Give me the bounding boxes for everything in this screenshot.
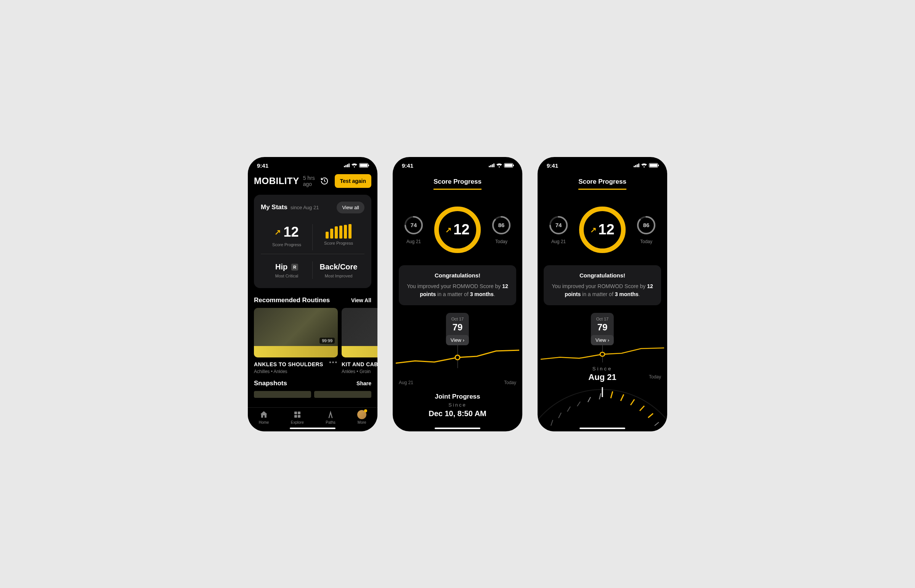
stat-label: Score Progress [314,241,363,246]
test-again-button[interactable]: Test again [335,174,371,188]
notification-badge [364,409,367,412]
tooltip-value: 79 [451,322,464,333]
start-score-value: 74 [549,215,569,235]
view-all-stats-button[interactable]: View all [337,202,364,213]
routines-heading: Recommended Routines [254,296,330,304]
chevron-right-icon: › [608,337,609,343]
snapshot-row[interactable] [248,391,377,398]
routine-thumbnail: 99:99 [254,308,338,357]
stat-score-progress[interactable]: ↗ 12 Score Progress [261,221,313,254]
progress-ring: ↗ 12 [433,205,482,255]
battery-icon [504,163,513,168]
svg-rect-0 [294,412,297,414]
score-rings: 74 Aug 21 ↗ 12 86 Today [393,194,522,262]
dial-since-label: Since [538,366,667,372]
stat-label: Most Improved [314,274,363,278]
arrow-up-icon: ↗ [275,228,281,237]
since-datetime: Dec 10, 8:50 AM [393,409,522,418]
status-time: 9:41 [257,162,268,169]
home-indicator[interactable] [290,428,336,429]
date-dial-picker[interactable]: Since Aug 21 Aug 21 Today [538,359,667,431]
snapshots-heading: Snapshots [254,380,287,387]
joint-progress-heading: Joint Progress [393,393,522,401]
phone-score-progress: 9:41 Score Progress 74 Aug 21 ↗ 12 [393,157,522,431]
tab-more[interactable]: More [357,410,366,425]
today-score-value: 86 [636,215,656,235]
routine-card[interactable]: 99:99 ANKLES TO SHOULDERS ••• Achilles •… [254,308,338,374]
stat-hip[interactable]: Hip R Most Critical [261,260,313,281]
tab-score-progress[interactable]: Score Progress [578,178,626,190]
dial-axis-labels: Aug 21 Today [544,374,661,380]
tab-score-progress[interactable]: Score Progress [433,178,482,190]
tab-home[interactable]: Home [259,410,269,425]
joint-progress-preview: Joint Progress Since Dec 10, 8:50 AM [393,393,522,418]
congrats-title: Congratulations! [551,272,654,279]
card-header: My Stats since Aug 21 View all [261,202,364,213]
status-time: 9:41 [547,162,558,169]
tooltip-value: 79 [596,322,608,333]
svg-rect-1 [298,412,301,414]
avatar-icon [357,410,366,419]
routine-title: KIT AND CABOODLE [342,361,377,367]
svg-point-17 [600,352,605,356]
routine-title: ANKLES TO SHOULDERS [254,361,323,367]
start-score-ring: 74 Aug 21 [404,215,424,244]
arrow-up-icon: ↗ [590,225,597,234]
battery-icon [359,163,368,168]
score-chart[interactable]: Oct 17 79 View › Aug 21 Today [396,313,519,385]
snapshot-thumb [254,391,311,398]
home-indicator[interactable] [579,428,625,429]
tooltip-date: Oct 17 [451,317,464,321]
chart-start-label: Aug 21 [399,380,413,385]
line-chart [396,344,519,375]
score-header: Score Progress [393,170,522,194]
score-header: Score Progress [538,170,667,194]
chart-axis-labels: Aug 21 Today [399,380,516,385]
history-icon[interactable] [320,177,329,185]
today-score-ring: 86 Today [491,215,511,244]
tooltip-date: Oct 17 [596,317,608,321]
chart-end-label: Today [649,374,661,380]
routines-section-header: Recommended Routines View All [248,291,377,308]
routines-carousel[interactable]: 99:99 ANKLES TO SHOULDERS ••• Achilles •… [248,308,377,374]
header: MOBILITY 5 hrs ago Test again [248,170,377,192]
tab-explore[interactable]: Explore [291,410,304,425]
tooltip-view-button[interactable]: View › [446,335,469,345]
chevron-right-icon: › [463,337,464,343]
side-badge: R [291,264,298,271]
congrats-card: Congratulations! You improved your ROMWO… [544,265,661,305]
status-bar: 9:41 [538,157,667,170]
routine-tags: Achilles • Ankles [254,369,338,374]
joint-name: Hip [275,263,288,271]
congrats-card: Congratulations! You improved your ROMWO… [399,265,516,305]
congrats-body: You improved your ROMWOD Score by 12 poi… [551,283,654,298]
page-title: MOBILITY [254,176,299,186]
routine-tags: Ankles • Groin [342,369,377,374]
stat-label: Most Critical [262,274,311,278]
svg-rect-2 [294,415,297,418]
tab-paths[interactable]: Paths [326,410,336,425]
home-indicator[interactable] [435,428,480,429]
score-value: 12 [283,224,299,240]
start-date-label: Aug 21 [549,239,569,244]
progress-value: 12 [598,221,614,238]
more-options-icon[interactable]: ••• [329,359,338,366]
stat-bar-chart[interactable]: Score Progress [313,221,364,254]
signal-icon [344,163,349,167]
routine-card[interactable]: KIT AND CABOODLE Ankles • Groin [342,308,377,374]
paths-icon [326,410,335,419]
bar-chart-icon [314,224,363,239]
home-icon [259,410,268,419]
stats-grid: ↗ 12 Score Progress Score Progress [261,221,364,281]
chart-end-label: Today [504,380,516,385]
phone-mobility-dashboard: 9:41 MOBILITY 5 hrs ago Test again My St… [248,157,377,431]
chart-tooltip: Oct 17 79 View › [446,313,469,345]
svg-rect-3 [298,415,301,418]
status-bar: 9:41 [248,157,377,170]
wifi-icon [641,163,647,168]
arrow-up-icon: ↗ [445,225,452,234]
routines-view-all-link[interactable]: View All [351,297,371,303]
stat-back-core[interactable]: Back/Core Most Improved [313,260,364,281]
snapshots-share-link[interactable]: Share [356,380,371,386]
snapshots-section-header: Snapshots Share [248,374,377,391]
